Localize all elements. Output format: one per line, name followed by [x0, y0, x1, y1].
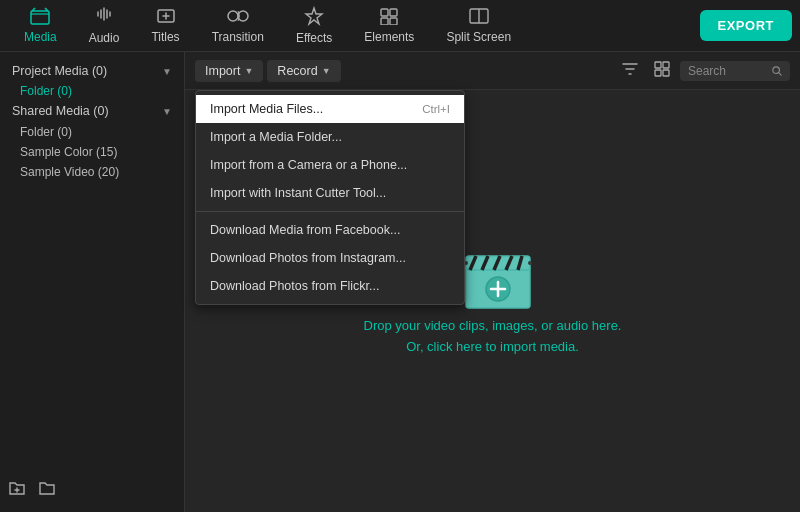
drop-text-line2: Or, click here to import media.: [364, 337, 622, 358]
svg-marker-4: [306, 8, 322, 24]
svg-point-2: [228, 11, 238, 21]
menu-item-import-files-label: Import Media Files...: [210, 102, 323, 116]
nav-item-titles[interactable]: Titles: [135, 3, 195, 48]
nav-item-transition[interactable]: Transition: [196, 3, 280, 48]
nav-label-effects: Effects: [296, 31, 332, 45]
nav-item-effects[interactable]: Effects: [280, 2, 348, 49]
drop-zone-text: Drop your video clips, images, or audio …: [364, 316, 622, 358]
top-nav: Media Audio Titles Transition: [0, 0, 800, 52]
svg-rect-0: [31, 11, 49, 24]
menu-item-import-cutter[interactable]: Import with Instant Cutter Tool...: [196, 179, 464, 207]
main-area: Project Media (0) ▼ Folder (0) Shared Me…: [0, 52, 800, 512]
sidebar-shared-media-label: Shared Media (0): [12, 104, 162, 118]
menu-item-download-facebook[interactable]: Download Media from Facebook...: [196, 216, 464, 244]
record-label: Record: [277, 64, 317, 78]
search-icon: [772, 65, 782, 77]
content-area: Import ▼ Record ▼: [185, 52, 800, 512]
nav-label-audio: Audio: [89, 31, 120, 45]
svg-rect-11: [655, 62, 661, 68]
grid-view-button[interactable]: [648, 57, 676, 84]
drop-text-line1: Drop your video clips, images, or audio …: [364, 316, 622, 337]
sidebar-sub-folder[interactable]: Folder (0): [0, 122, 184, 142]
sidebar-sub-sample-color[interactable]: Sample Color (15): [0, 142, 184, 162]
menu-item-download-flickr[interactable]: Download Photos from Flickr...: [196, 272, 464, 300]
menu-item-import-camera[interactable]: Import from a Camera or a Phone...: [196, 151, 464, 179]
filter-button[interactable]: [616, 58, 644, 83]
audio-icon: [95, 6, 113, 29]
nav-item-elements[interactable]: Elements: [348, 3, 430, 48]
menu-item-import-files[interactable]: Import Media Files... Ctrl+I: [196, 95, 464, 123]
menu-item-import-cutter-label: Import with Instant Cutter Tool...: [210, 186, 386, 200]
svg-rect-13: [655, 70, 661, 76]
svg-rect-7: [381, 18, 388, 25]
sidebar-item-shared-media[interactable]: Shared Media (0) ▼: [0, 100, 184, 122]
menu-divider: [196, 211, 464, 212]
import-dropdown-menu: Import Media Files... Ctrl+I Import a Me…: [195, 90, 465, 305]
import-dropdown-arrow: ▼: [244, 66, 253, 76]
import-label: Import: [205, 64, 240, 78]
sidebar-folder-link[interactable]: Folder (0): [0, 82, 184, 100]
nav-label-media: Media: [24, 30, 57, 44]
menu-item-import-folder[interactable]: Import a Media Folder...: [196, 123, 464, 151]
split-screen-icon: [468, 7, 490, 28]
chevron-down-icon: ▼: [162, 66, 172, 77]
clapperboard-icon: [458, 244, 528, 304]
titles-icon: [156, 7, 176, 28]
sidebar-bottom-icons: [8, 479, 56, 502]
import-button[interactable]: Import ▼: [195, 60, 263, 82]
transition-icon: [227, 7, 249, 28]
nav-label-transition: Transition: [212, 30, 264, 44]
record-button[interactable]: Record ▼: [267, 60, 340, 82]
sidebar-project-media-label: Project Media (0): [12, 64, 162, 78]
nav-item-audio[interactable]: Audio: [73, 2, 136, 49]
nav-label-split-screen: Split Screen: [446, 30, 511, 44]
menu-item-download-facebook-label: Download Media from Facebook...: [210, 223, 400, 237]
nav-item-split-screen[interactable]: Split Screen: [430, 3, 527, 48]
menu-item-import-folder-label: Import a Media Folder...: [210, 130, 342, 144]
menu-shortcut-import-files: Ctrl+I: [422, 103, 450, 115]
nav-item-media[interactable]: Media: [8, 3, 73, 48]
svg-rect-14: [663, 70, 669, 76]
svg-rect-8: [390, 18, 397, 25]
new-folder-icon[interactable]: [8, 479, 26, 502]
menu-item-download-instagram-label: Download Photos from Instagram...: [210, 251, 406, 265]
svg-rect-6: [390, 9, 397, 16]
export-button[interactable]: EXPORT: [700, 10, 792, 41]
menu-item-download-flickr-label: Download Photos from Flickr...: [210, 279, 380, 293]
effects-icon: [304, 6, 324, 29]
sidebar: Project Media (0) ▼ Folder (0) Shared Me…: [0, 52, 185, 512]
record-dropdown-arrow: ▼: [322, 66, 331, 76]
folder-icon[interactable]: [38, 479, 56, 502]
sidebar-sub-sample-video[interactable]: Sample Video (20): [0, 162, 184, 182]
nav-label-elements: Elements: [364, 30, 414, 44]
media-icon: [30, 7, 50, 28]
toolbar: Import ▼ Record ▼: [185, 52, 800, 90]
sidebar-item-project-media[interactable]: Project Media (0) ▼: [0, 60, 184, 82]
search-input[interactable]: [688, 64, 768, 78]
svg-point-20: [528, 261, 532, 265]
search-box: [680, 61, 790, 81]
svg-rect-12: [663, 62, 669, 68]
nav-label-titles: Titles: [151, 30, 179, 44]
elements-icon: [379, 7, 399, 28]
chevron-down-icon-2: ▼: [162, 106, 172, 117]
svg-rect-5: [381, 9, 388, 16]
menu-item-import-camera-label: Import from a Camera or a Phone...: [210, 158, 407, 172]
menu-item-download-instagram[interactable]: Download Photos from Instagram...: [196, 244, 464, 272]
